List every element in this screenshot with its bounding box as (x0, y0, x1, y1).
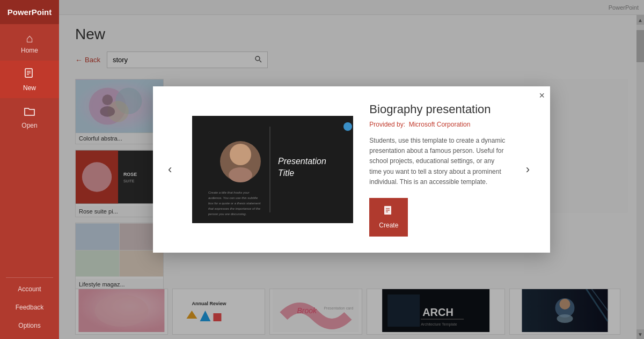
modal-next-button[interactable]: › (522, 158, 534, 181)
modal-prev-button[interactable]: ‹ (164, 158, 176, 181)
svg-point-49 (230, 144, 251, 165)
svg-text:Title: Title (278, 168, 294, 178)
main-content: PowerPoint New ← Back (59, 0, 644, 339)
home-icon: ⌂ (26, 33, 33, 45)
modal-info: Biography presentation Provided by: Micr… (369, 102, 505, 237)
svg-text:audience. You can use this sub: audience. You can use this subtitle (208, 196, 258, 200)
modal-template-title: Biography presentation (369, 102, 505, 116)
modal-provider-label: Provided by: (369, 121, 405, 128)
create-button[interactable]: Create (369, 198, 408, 237)
modal-provider-name: Microsoft Corporation (409, 121, 471, 128)
sidebar-item-home[interactable]: ⌂ Home (0, 26, 59, 61)
svg-text:person you are discussing.: person you are discussing. (208, 212, 246, 216)
open-icon (23, 105, 36, 120)
sidebar-item-open[interactable]: Open (0, 98, 59, 136)
sidebar: PowerPoint ⌂ Home New Open (0, 0, 59, 339)
modal-close-button[interactable]: × (539, 91, 545, 100)
sidebar-divider (6, 277, 53, 278)
create-label: Create (379, 222, 398, 229)
modal-overlay: × ‹ Presentation Ti (59, 0, 644, 339)
sidebar-label-open: Open (21, 122, 37, 129)
svg-text:box for a quote or a thesis st: box for a quote or a thesis statement (208, 202, 261, 205)
svg-text:Presentation: Presentation (278, 157, 326, 166)
svg-point-50 (229, 167, 252, 182)
sidebar-nav: ⌂ Home New Open (0, 24, 59, 275)
sidebar-footer: Account Feedback Options (0, 275, 59, 339)
sidebar-label-new: New (23, 84, 36, 92)
app-brand: PowerPoint (0, 0, 59, 24)
sidebar-item-options[interactable]: Options (0, 316, 59, 335)
modal-description: Students, use this template to create a … (369, 136, 505, 187)
sidebar-item-account[interactable]: Account (0, 280, 59, 298)
modal-provider: Provided by: Microsoft Corporation (369, 121, 505, 128)
modal-body: ‹ Presentation Title (153, 86, 550, 253)
create-icon (383, 205, 394, 219)
template-detail-modal: × ‹ Presentation Ti (153, 86, 550, 253)
template-preview: Presentation Title Create a title that h… (192, 116, 353, 223)
sidebar-item-feedback[interactable]: Feedback (0, 298, 59, 316)
sidebar-label-home: Home (21, 47, 38, 54)
new-icon (23, 67, 36, 82)
svg-point-54 (343, 122, 352, 131)
svg-text:that expresses the importance : that expresses the importance of the (208, 207, 261, 210)
svg-text:Create a title that hooks your: Create a title that hooks your (208, 191, 250, 194)
sidebar-item-new[interactable]: New (0, 61, 59, 98)
